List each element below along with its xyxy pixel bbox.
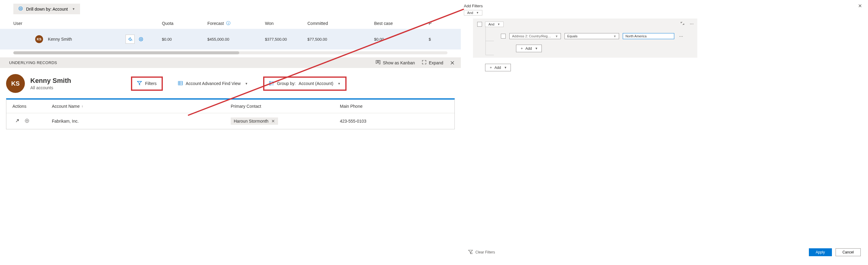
col-bestcase[interactable]: Best case bbox=[374, 21, 429, 26]
col-forecast[interactable]: Forecast ⓘ bbox=[207, 21, 265, 26]
col-user[interactable]: User bbox=[13, 21, 162, 26]
add-filters-panel: Add Filters ✕ And ▼ And ▼ ⋯ bbox=[461, 0, 868, 261]
filters-label: Filters bbox=[145, 81, 156, 86]
group-icon bbox=[269, 81, 274, 86]
condition-checkbox[interactable] bbox=[501, 34, 506, 38]
condition-more-icon[interactable]: ⋯ bbox=[678, 34, 684, 38]
apply-button[interactable]: Apply bbox=[809, 248, 832, 256]
close-underlying-button[interactable] bbox=[450, 60, 455, 65]
col-committed[interactable]: Committed bbox=[307, 21, 374, 26]
col-p[interactable]: P bbox=[429, 21, 441, 26]
chevron-down-icon: ▼ bbox=[245, 82, 248, 85]
col-actions[interactable]: Actions bbox=[12, 104, 52, 109]
col-main-phone[interactable]: Main Phone bbox=[340, 104, 448, 109]
committed-value: $77,500.00 bbox=[307, 37, 374, 42]
forecast-row[interactable]: KS Kenny Smith $0.00 $455,000.00 $377,50… bbox=[0, 29, 461, 50]
target-small-icon[interactable] bbox=[136, 35, 146, 44]
drill-bar: Drill down by: Account ▼ bbox=[0, 0, 461, 18]
svg-point-0 bbox=[19, 7, 23, 10]
clear-filters-button[interactable]: Clear Filters bbox=[468, 249, 495, 255]
view-label: Account Advanced Find View bbox=[186, 81, 241, 86]
expand-button[interactable]: Expand bbox=[422, 60, 443, 65]
col-account-name[interactable]: Account Name ↑ bbox=[52, 104, 231, 109]
svg-rect-11 bbox=[270, 81, 271, 82]
group-actions: ⋯ bbox=[681, 22, 694, 26]
value-input[interactable]: North America bbox=[623, 33, 674, 39]
group-op-label: And bbox=[489, 23, 495, 26]
group-top: And ▼ bbox=[477, 22, 503, 27]
filters-button[interactable]: Filters bbox=[131, 77, 162, 91]
group-checkbox[interactable] bbox=[477, 22, 482, 27]
add-label: Add bbox=[525, 47, 532, 51]
cancel-button[interactable]: Cancel bbox=[836, 248, 861, 256]
col-quota[interactable]: Quota bbox=[162, 21, 207, 26]
add-condition-button[interactable]: ＋ Add ▼ bbox=[516, 45, 542, 52]
collapse-icon[interactable] bbox=[681, 22, 684, 26]
outer-operator-select[interactable]: And ▼ bbox=[464, 10, 483, 16]
add-group-button[interactable]: ＋ Add ▼ bbox=[485, 64, 511, 71]
add-group-wrap: ＋ Add ▼ bbox=[485, 64, 868, 71]
forecast-table: User Quota Forecast ⓘ Won Committed Best… bbox=[0, 18, 461, 50]
add-icon[interactable] bbox=[25, 118, 29, 124]
chevron-down-icon: ▼ bbox=[535, 47, 538, 50]
tree-connector bbox=[483, 26, 495, 63]
svg-rect-4 bbox=[376, 60, 377, 63]
svg-point-3 bbox=[141, 38, 142, 40]
outer-op-label: And bbox=[467, 11, 473, 15]
info-icon[interactable]: ⓘ bbox=[226, 21, 230, 26]
outer-operator-row: And ▼ bbox=[461, 10, 868, 16]
share-icon[interactable] bbox=[125, 35, 134, 44]
user-name: Kenny Smith bbox=[48, 37, 72, 42]
phone-cell: 423-555-0103 bbox=[340, 119, 448, 124]
group-operator-select[interactable]: And ▼ bbox=[485, 22, 503, 27]
sort-asc-icon: ↑ bbox=[82, 104, 83, 108]
grid-header: Actions Account Name ↑ Primary Contact M… bbox=[6, 100, 455, 113]
account-name-label: Account Name bbox=[52, 104, 80, 109]
accounts-grid: Actions Account Name ↑ Primary Contact M… bbox=[6, 98, 455, 129]
expand-label: Expand bbox=[429, 60, 443, 65]
group-by-selector[interactable]: Group by: Account (Account) ▼ bbox=[263, 77, 347, 91]
clear-label: Clear Filters bbox=[475, 250, 495, 255]
table-row[interactable]: Fabrikam, Inc. Haroun Stormonth ✕ 423-55… bbox=[6, 113, 455, 129]
target-icon bbox=[18, 6, 23, 12]
panel-footer: Clear Filters Apply Cancel bbox=[461, 245, 868, 261]
detail-header: KS Kenny Smith All accounts Filters Acco… bbox=[0, 68, 461, 98]
chevron-down-icon: ▼ bbox=[504, 66, 507, 69]
plus-icon: ＋ bbox=[489, 65, 493, 70]
row-actions bbox=[12, 118, 52, 124]
won-value: $377,500.00 bbox=[265, 37, 307, 42]
value-text: North America bbox=[625, 34, 647, 38]
svg-rect-12 bbox=[270, 83, 271, 84]
detail-controls: Filters Account Advanced Find View ▼ Gro… bbox=[131, 77, 346, 91]
view-selector[interactable]: Account Advanced Find View ▼ bbox=[173, 78, 253, 89]
contact-cell: Haroun Stormonth ✕ bbox=[231, 117, 340, 125]
scrollbar-thumb[interactable] bbox=[13, 51, 239, 54]
svg-rect-7 bbox=[178, 81, 183, 85]
open-icon[interactable] bbox=[15, 118, 20, 124]
drill-label: Drill down by: Account bbox=[26, 7, 68, 11]
more-icon[interactable]: ⋯ bbox=[690, 22, 694, 26]
underlying-bar: UNDERLYING RECORDS Show as Kanban Expand bbox=[0, 57, 461, 68]
plus-icon: ＋ bbox=[520, 46, 524, 51]
table-icon bbox=[178, 81, 183, 86]
chevron-down-icon: ▼ bbox=[72, 7, 75, 10]
field-select[interactable]: Address 2: Country/Reg… ▼ bbox=[509, 33, 561, 39]
col-primary-contact[interactable]: Primary Contact bbox=[231, 104, 340, 109]
forecast-value: $455,000.00 bbox=[207, 37, 265, 42]
chevron-down-icon: ▼ bbox=[613, 35, 616, 38]
filter-group: And ▼ ⋯ Address 2: Country/Reg… ▼ Equals… bbox=[473, 19, 697, 58]
col-won[interactable]: Won bbox=[265, 21, 307, 26]
show-kanban-button[interactable]: Show as Kanban bbox=[376, 60, 415, 65]
close-icon[interactable]: ✕ bbox=[858, 3, 862, 9]
detail-avatar: KS bbox=[6, 74, 25, 93]
remove-chip-icon[interactable]: ✕ bbox=[271, 119, 275, 124]
contact-chip[interactable]: Haroun Stormonth ✕ bbox=[231, 117, 278, 125]
footer-buttons: Apply Cancel bbox=[809, 248, 861, 256]
add-label: Add bbox=[495, 65, 501, 70]
svg-rect-13 bbox=[270, 84, 271, 85]
operator-select[interactable]: Equals ▼ bbox=[564, 33, 619, 39]
forecast-header-label: Forecast bbox=[207, 21, 224, 26]
horizontal-scrollbar[interactable] bbox=[13, 51, 447, 54]
user-cell: KS Kenny Smith bbox=[13, 35, 125, 43]
drill-down-button[interactable]: Drill down by: Account ▼ bbox=[13, 4, 80, 14]
